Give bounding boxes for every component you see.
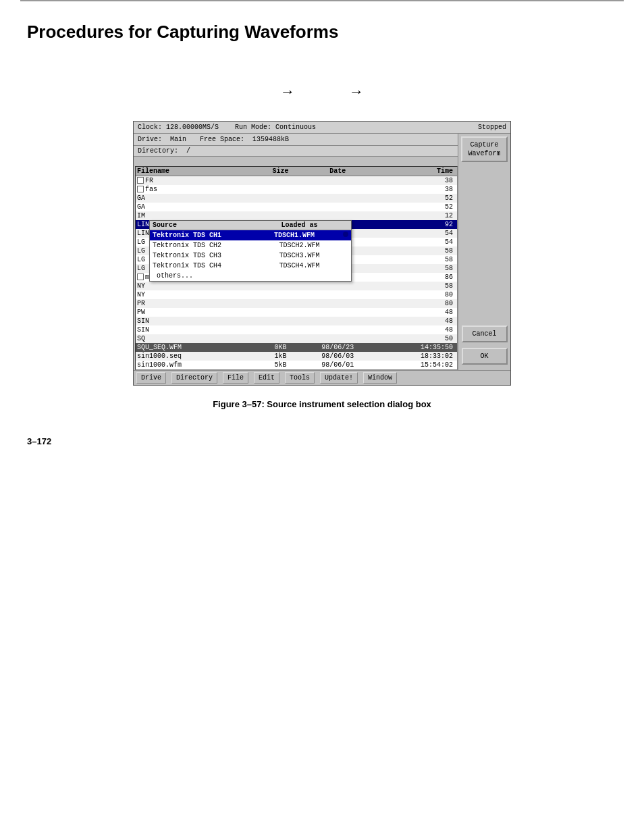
dialog-body: Filename Size Date Time FR 38 fas 38 — [134, 165, 510, 370]
menu-edit[interactable]: Edit — [254, 372, 279, 384]
table-row[interactable]: SIN 48 — [136, 317, 457, 325]
menu-file[interactable]: File — [223, 372, 248, 384]
table-row[interactable]: NY 80 — [136, 290, 457, 299]
page-title: Procedures for Capturing Waveforms — [27, 22, 617, 43]
dialog-menubar: Drive Directory File Edit Tools Update! … — [134, 370, 510, 385]
capture-waveform-button[interactable]: CaptureWaveform — [461, 136, 508, 162]
source-dropdown-header: Source Loaded as — [150, 221, 351, 230]
dialog-container: Clock: 128.00000MS/S Run Mode: Continuou… — [27, 121, 617, 386]
table-row[interactable]: PR 80 — [136, 299, 457, 308]
source-item-others[interactable]: others... — [150, 271, 351, 281]
table-row[interactable]: SIN 48 — [136, 325, 457, 334]
table-row[interactable]: sin1000.seq 1kB 98/06/03 18:33:02 — [136, 352, 457, 361]
dialog-topbar: Clock: 128.00000MS/S Run Mode: Continuou… — [134, 122, 510, 134]
table-row[interactable]: IM 12 — [136, 211, 457, 220]
table-row[interactable]: NY 58 — [136, 282, 457, 290]
table-row-bottom1[interactable]: SQU_SEQ.WFM 0KB 98/06/23 14:35:50 — [136, 343, 457, 352]
table-row[interactable]: sin1000.wfm 5kB 98/06/01 15:54:02 — [136, 361, 457, 369]
menu-drive[interactable]: Drive — [136, 372, 166, 384]
source-item-3[interactable]: Tektronix TDS CH3 TDSCH3.WFM — [150, 251, 351, 261]
table-row[interactable]: GA 52 — [136, 194, 457, 203]
arrow-row: → → — [27, 83, 617, 101]
table-row[interactable]: PW 48 — [136, 308, 457, 317]
status-badge: Stopped — [478, 124, 506, 131]
dialog-main: Filename Size Date Time FR 38 fas 38 — [134, 165, 458, 370]
file-table-header: Filename Size Date Time — [136, 167, 457, 176]
dialog-header: Drive: Main Free Space: 1359488kB — [134, 134, 458, 146]
table-row[interactable]: fas 38 — [136, 185, 457, 194]
menu-window[interactable]: Window — [363, 372, 397, 384]
dialog-sidebar: Cancel OK — [458, 165, 510, 370]
table-row[interactable]: FR 38 — [136, 176, 457, 185]
clock-label: Clock: 128.00000MS/S Run Mode: Continuou… — [138, 124, 316, 131]
menu-update[interactable]: Update! — [320, 372, 358, 384]
menu-tools[interactable]: Tools — [285, 372, 315, 384]
figure-caption: Figure 3–57: Source instrument selection… — [27, 399, 617, 409]
table-row[interactable]: SQ 50 — [136, 334, 457, 343]
page-number: 3–172 — [27, 436, 617, 446]
table-row[interactable]: GA 52 — [136, 203, 457, 211]
source-item-4[interactable]: Tektronix TDS CH4 TDSCH4.WFM — [150, 261, 351, 271]
arrow-left: → — [280, 83, 295, 101]
source-item-1[interactable]: Tektronix TDS CH1 TDSCH1.WFM — [150, 230, 351, 240]
source-item-2[interactable]: Tektronix TDS CH2 TDSCH2.WFM — [150, 240, 351, 251]
cancel-button[interactable]: Cancel — [462, 325, 508, 342]
dialog-screenshot: Clock: 128.00000MS/S Run Mode: Continuou… — [133, 121, 511, 386]
menu-directory[interactable]: Directory — [171, 372, 217, 384]
arrow-right: → — [349, 83, 364, 101]
ok-button[interactable]: OK — [462, 348, 508, 365]
dialog-dirline: Directory: / — [134, 146, 458, 157]
